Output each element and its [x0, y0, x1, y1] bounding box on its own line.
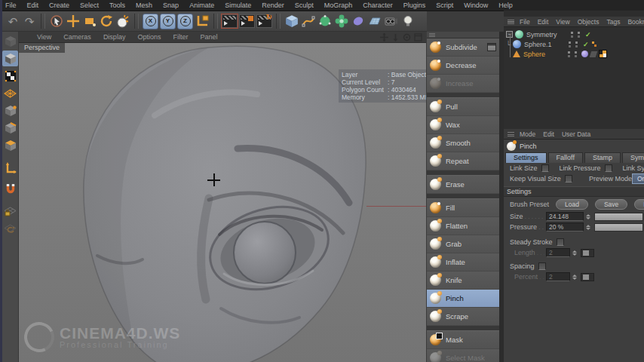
attribute-menu-item[interactable]: Mode	[516, 130, 539, 138]
settings-section-header[interactable]: Settings	[504, 186, 644, 197]
percent-field[interactable]: 2	[546, 272, 570, 281]
load-button[interactable]: Load	[556, 199, 588, 210]
selection-tag-icon[interactable]	[591, 41, 597, 48]
brush-icon[interactable]	[115, 13, 131, 29]
link-pressure-checkbox[interactable]	[605, 164, 612, 172]
x-axis-lock-icon[interactable]: X	[143, 14, 158, 29]
attribute-menu-item[interactable]: User Data	[558, 130, 594, 138]
menu-item[interactable]: Help	[493, 2, 518, 9]
spacing-checkbox[interactable]	[538, 262, 546, 270]
add-cube-icon[interactable]	[284, 13, 300, 29]
palette-header[interactable]	[427, 32, 499, 38]
points-mode-icon[interactable]	[2, 103, 18, 118]
maximize-view-icon[interactable]	[414, 33, 422, 41]
attribute-tab[interactable]: Symmetry	[622, 152, 644, 163]
visibility-dots[interactable]	[574, 51, 578, 58]
viewport-menu-item[interactable]: Cameras	[57, 33, 97, 41]
sculpt-tool-item[interactable]: Wax	[427, 116, 499, 134]
visibility-dots[interactable]	[570, 31, 574, 38]
sculpt-tool-item[interactable]: Scrape	[427, 308, 499, 326]
attribute-menu-item[interactable]: Edit	[539, 130, 558, 138]
object-row-symmetry[interactable]: − Symmetry ✓	[504, 29, 644, 39]
attribute-tab[interactable]: Settings	[505, 152, 547, 163]
lock-workplane-icon[interactable]	[2, 204, 18, 219]
percent-stepper[interactable]	[572, 273, 577, 281]
object-manager-menu-item[interactable]: View	[552, 18, 573, 26]
percent-slider[interactable]	[581, 273, 594, 281]
sculpt-tool-item[interactable]: Mask	[427, 330, 499, 349]
keep-visual-size-checkbox[interactable]	[565, 175, 572, 183]
sculpt-tool-item[interactable]: Repeat	[427, 152, 499, 170]
y-axis-lock-icon[interactable]: Y	[160, 14, 176, 29]
visibility-dots[interactable]	[577, 31, 581, 38]
move-icon[interactable]	[65, 13, 81, 29]
menu-item[interactable]: MoGraph	[319, 2, 358, 9]
viewport-menu-item[interactable]: Options	[131, 33, 167, 41]
sculpt-tool-item[interactable]: Increase	[427, 75, 499, 93]
reset-button[interactable]: Reset	[634, 199, 644, 210]
material-tag-icon[interactable]	[581, 51, 588, 57]
add-light-icon[interactable]	[400, 13, 416, 29]
menu-item[interactable]: File	[0, 2, 22, 9]
viewport-menu-item[interactable]: View	[31, 33, 57, 41]
sculpt-tool-item[interactable]: Grab	[427, 235, 499, 253]
object-manager-menu-item[interactable]: Tags	[603, 18, 624, 26]
pressure-stepper[interactable]	[585, 223, 590, 232]
visibility-dots[interactable]	[567, 51, 571, 58]
size-field[interactable]: 24.148	[546, 212, 584, 221]
viewport-menu-item[interactable]: Panel	[194, 33, 223, 41]
axis-mode-icon[interactable]	[2, 160, 18, 176]
sculpt-tool-item[interactable]: Fill	[427, 198, 499, 217]
texture-mode-icon[interactable]	[2, 68, 18, 84]
live-selection-icon[interactable]	[48, 13, 65, 29]
save-button[interactable]: Save	[595, 199, 627, 210]
size-stepper[interactable]	[585, 213, 590, 221]
menu-item[interactable]: Edit	[22, 2, 44, 9]
attribute-tab[interactable]: Stamp	[584, 152, 621, 163]
menu-item[interactable]: Window	[458, 2, 493, 9]
menu-item[interactable]: Animate	[184, 2, 219, 9]
menu-item[interactable]: Sculpt	[290, 2, 319, 9]
visibility-dots[interactable]	[568, 41, 572, 48]
menu-item[interactable]: Plugins	[398, 2, 431, 9]
convert-icon[interactable]	[2, 33, 18, 49]
menu-item[interactable]: Script	[431, 2, 458, 9]
pressure-slider[interactable]	[594, 223, 643, 232]
object-manager-menu-item[interactable]: Objects	[574, 18, 603, 26]
sculpt-tool-item[interactable]: Erase	[427, 175, 499, 194]
sculpt-tool-item[interactable]: Knife	[427, 272, 499, 290]
phong-tag-icon[interactable]	[590, 51, 598, 57]
sculpt-tool-item[interactable]: Inflate	[427, 253, 499, 272]
menu-item[interactable]: Render	[256, 2, 290, 9]
scale-icon[interactable]	[81, 13, 98, 29]
add-generator-icon[interactable]	[317, 13, 333, 29]
add-deformer-icon[interactable]	[350, 13, 366, 29]
object-row-sphere[interactable]: Sphere	[504, 49, 644, 59]
render-settings-icon[interactable]	[256, 14, 272, 28]
menu-item[interactable]: Select	[75, 2, 104, 9]
menu-item[interactable]: Snap	[158, 2, 184, 9]
visibility-dots[interactable]	[575, 41, 578, 48]
object-manager-menu-item[interactable]: File	[516, 18, 534, 26]
undo-icon[interactable]: ↶	[5, 13, 21, 29]
render-view-icon[interactable]	[222, 14, 238, 28]
sculpt-tool-item[interactable]: Flatten	[427, 217, 499, 235]
attribute-tab[interactable]: Falloff	[548, 152, 583, 163]
rotate-icon[interactable]	[98, 13, 115, 29]
object-manager-menu-item[interactable]: Bookmarks	[624, 18, 644, 26]
polygons-mode-icon[interactable]	[2, 137, 18, 153]
menu-item[interactable]: Simulate	[219, 2, 256, 9]
viewport-canvas[interactable]: Perspective Layer: Base Object Current L…	[19, 43, 426, 362]
length-slider[interactable]	[581, 249, 594, 257]
viewport-menu-item[interactable]: Display	[97, 33, 132, 41]
dolly-view-icon[interactable]	[391, 33, 400, 41]
add-modifier-icon[interactable]	[333, 13, 350, 29]
object-row-sphere1[interactable]: └ Sphere.1 ✓	[504, 39, 644, 49]
panel-grip-icon[interactable]	[508, 19, 514, 24]
camera-label[interactable]: Perspective	[19, 43, 65, 53]
link-size-checkbox[interactable]	[541, 164, 549, 172]
sculpt-tool-item[interactable]: Subdivide	[427, 38, 499, 57]
pressure-field[interactable]: 20 %	[546, 222, 584, 232]
model-mode-icon[interactable]	[2, 51, 18, 66]
snap-icon[interactable]	[2, 181, 18, 197]
